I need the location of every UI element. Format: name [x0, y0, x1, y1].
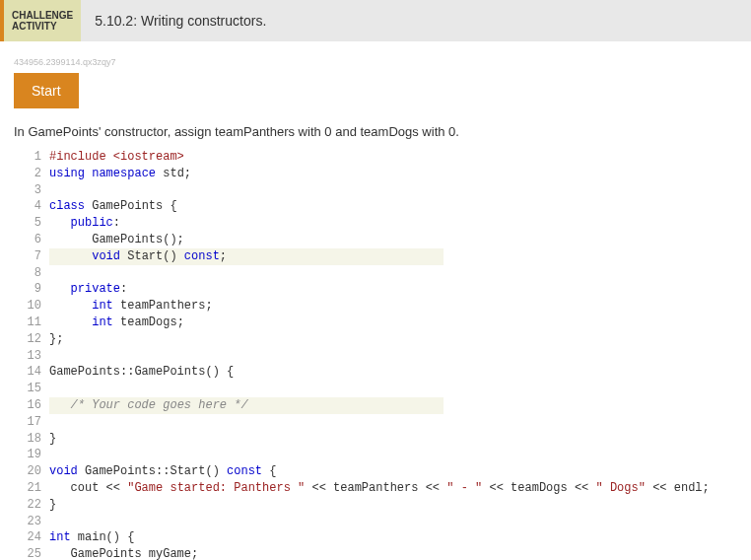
code-line: 2using namespace std;: [24, 166, 737, 182]
code-line: 12};: [24, 331, 737, 348]
code-line: 20void GamePoints::Start() const {: [24, 463, 737, 480]
code-block[interactable]: 1#include <iostream> 2using namespace st…: [24, 149, 737, 560]
activity-title: 5.10.2: Writing constructors.: [81, 0, 280, 41]
code-line: 6 GamePoints();: [24, 232, 737, 248]
code-line: 23: [24, 514, 737, 530]
code-line: 3: [24, 182, 737, 199]
challenge-label-line1: CHALLENGE: [12, 10, 73, 21]
challenge-badge: CHALLENGE ACTIVITY: [4, 0, 81, 41]
code-line: 24int main() {: [24, 529, 737, 546]
code-line: 25 GamePoints myGame;: [24, 546, 737, 560]
instruction-text: In GamePoints' constructor, assign teamP…: [14, 124, 737, 139]
hash-text: 434956.2399114.qx3zqy7: [14, 57, 737, 67]
code-line: 11 int teamDogs;: [24, 315, 737, 331]
code-line: 14GamePoints::GamePoints() {: [24, 364, 737, 381]
code-line: 5 public:: [24, 215, 737, 232]
code-line: 13: [24, 348, 737, 365]
challenge-label-line2: ACTIVITY: [12, 21, 73, 32]
code-line: 10 int teamPanthers;: [24, 298, 737, 315]
code-line: 8: [24, 265, 737, 282]
code-line-editable: 16 /* Your code goes here */: [24, 397, 737, 414]
code-line: 22}: [24, 497, 737, 514]
code-line: 9 private:: [24, 281, 737, 298]
code-line: 18}: [24, 431, 737, 448]
code-line: 17: [24, 414, 737, 431]
code-line: 7 void Start() const;: [24, 248, 737, 265]
code-line: 1#include <iostream>: [24, 149, 737, 166]
content-area: 434956.2399114.qx3zqy7 Start In GamePoin…: [0, 41, 751, 560]
code-line: 19: [24, 447, 737, 463]
code-line: 15: [24, 381, 737, 397]
code-line: 21 cout << "Game started: Panthers " << …: [24, 480, 737, 497]
start-button[interactable]: Start: [14, 73, 79, 108]
code-line: 4class GamePoints {: [24, 198, 737, 215]
header-bar: CHALLENGE ACTIVITY 5.10.2: Writing const…: [0, 0, 751, 41]
